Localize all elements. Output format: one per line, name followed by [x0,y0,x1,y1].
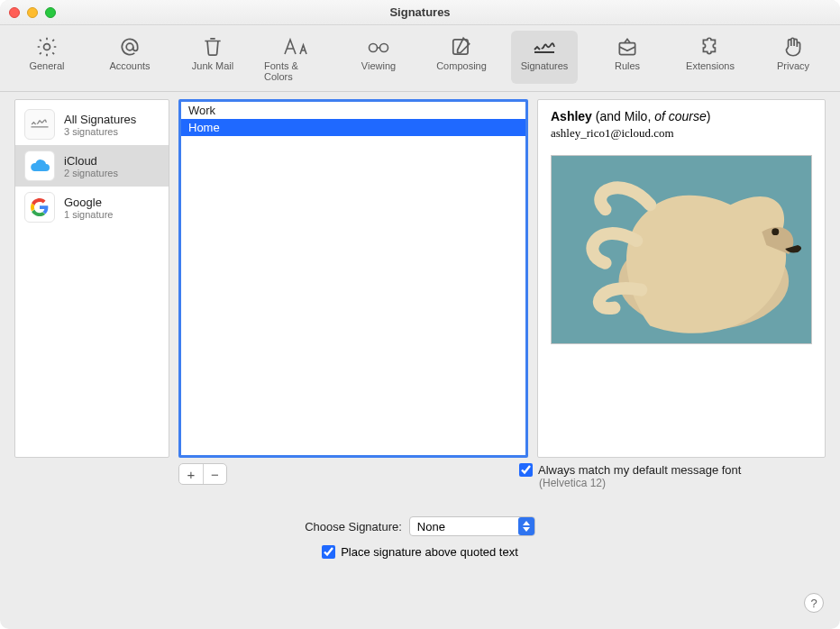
tab-viewing[interactable]: Viewing [345,31,412,84]
hand-icon [779,34,808,59]
tab-label: Extensions [686,60,735,71]
account-name: All Signatures [64,113,136,126]
account-name: iCloud [64,154,118,168]
tab-label: Privacy [777,60,809,71]
help-button[interactable]: ? [804,593,824,613]
svg-point-8 [772,228,779,235]
signature-icon [530,34,559,59]
account-item-all-signatures[interactable]: All Signatures3 signatures [15,104,169,145]
signature-preview-pane[interactable]: Ashley (and Milo, of course) ashley_rico… [537,99,826,458]
place-above-checkbox[interactable] [322,545,335,559]
signature-item-home[interactable]: Home [181,119,525,136]
accounts-pane: All Signatures3 signatures iCloud2 signa… [14,99,169,458]
match-font-checkbox[interactable] [519,463,533,477]
svg-point-0 [44,44,50,50]
at-sign-icon [115,34,144,59]
svg-point-3 [380,44,388,52]
tab-label: Fonts & Colors [264,60,327,82]
tab-junk-mail[interactable]: Junk Mail [179,31,246,84]
choose-signature-label: Choose Signature: [305,520,402,533]
account-name: Google [64,196,113,209]
glasses-icon [364,34,393,59]
titlebar: Signatures [0,0,840,25]
compose-icon [447,34,476,59]
tab-composing[interactable]: Composing [428,31,495,84]
tab-rules[interactable]: Rules [594,31,661,84]
puzzle-icon [696,34,725,59]
tab-fonts-colors[interactable]: Fonts & Colors [262,31,329,84]
all-signatures-icon [24,109,55,140]
window-title: Signatures [0,5,840,19]
fonts-icon [281,34,310,59]
tab-accounts[interactable]: Accounts [96,31,163,84]
gear-icon [32,34,61,59]
rules-icon [613,34,642,59]
remove-signature-button[interactable]: − [203,464,226,484]
preferences-toolbar: General Accounts Junk Mail Fonts & Color… [0,25,840,92]
signature-item-work[interactable]: Work [181,102,525,119]
tab-label: Rules [615,60,640,71]
tab-privacy[interactable]: Privacy [760,31,826,84]
trash-icon [198,34,227,59]
choose-signature-select[interactable]: None [409,516,535,536]
match-font-sublabel: (Helvetica 12) [539,477,606,489]
account-sub: 1 signature [64,209,113,220]
tab-label: Signatures [521,60,569,71]
tab-label: Junk Mail [192,60,233,71]
svg-point-1 [126,43,133,50]
account-sub: 3 signatures [64,126,136,137]
match-font-label: Always match my default message font [538,463,741,477]
tab-label: Composing [436,60,487,71]
tab-label: Accounts [109,60,150,71]
select-arrows-icon [518,517,534,535]
place-above-label: Place signature above quoted text [341,545,518,559]
google-icon [24,192,55,223]
add-remove-segment: + − [178,463,227,485]
account-sub: 2 signatures [64,168,118,178]
tab-label: Viewing [361,60,396,71]
cloud-icon [24,150,55,181]
account-item-icloud[interactable]: iCloud2 signatures [15,145,169,187]
add-signature-button[interactable]: + [179,464,203,484]
signature-email-line: ashley_rico1@icloud.com [551,126,812,141]
signature-list-pane[interactable]: Work Home [178,99,528,458]
signature-image [551,155,812,344]
tab-general[interactable]: General [14,31,80,84]
tab-label: General [29,60,64,71]
signature-name-line: Ashley (and Milo, of course) [551,109,812,124]
tab-signatures[interactable]: Signatures [511,31,578,84]
tab-extensions[interactable]: Extensions [677,31,744,84]
svg-point-2 [370,44,378,52]
account-item-google[interactable]: Google1 signature [15,187,169,228]
